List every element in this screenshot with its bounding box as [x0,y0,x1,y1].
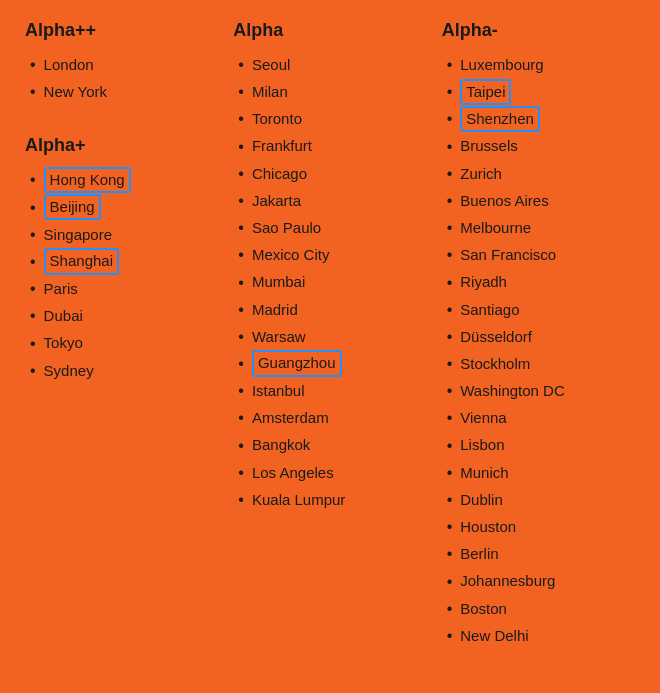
section-title-alpha: Alpha [233,20,421,41]
highlighted-city: Hong Kong [44,167,131,194]
list-item: Bangkok [238,432,421,459]
list-item: Paris [30,275,213,302]
list-item: San Francisco [447,241,630,268]
list-item: Taipei [447,78,630,105]
column-2: Alpha-LuxembourgTaipeiShenzhenBrusselsZu… [432,20,640,649]
list-item: New York [30,78,213,105]
list-item: Shanghai [30,248,213,275]
list-item: Johannesburg [447,568,630,595]
list-item: Luxembourg [447,51,630,78]
city-list-alpha: LondonNew York [30,51,213,105]
list-item: Sao Paulo [238,214,421,241]
list-item: London [30,51,213,78]
list-item: Chicago [238,160,421,187]
list-item: Buenos Aires [447,187,630,214]
list-item: Frankfurt [238,133,421,160]
list-item: Dubai [30,302,213,329]
list-item: Madrid [238,296,421,323]
list-item: Düsseldorf [447,323,630,350]
highlighted-city: Shanghai [44,248,119,275]
list-item: Houston [447,513,630,540]
section-title-alpha: Alpha+ [25,135,213,156]
list-item: Boston [447,595,630,622]
column-1: AlphaSeoulMilanTorontoFrankfurtChicagoJa… [223,20,431,513]
city-list-alpha: Hong KongBeijingSingaporeShanghaiParisDu… [30,166,213,384]
list-item: Singapore [30,221,213,248]
list-item: Beijing [30,194,213,221]
section-title-alpha: Alpha++ [25,20,213,41]
list-item: Tokyo [30,330,213,357]
highlighted-city: Taipei [460,79,511,106]
list-item: Berlin [447,540,630,567]
list-item: Toronto [238,105,421,132]
column-0: Alpha++LondonNew YorkAlpha+Hong KongBeij… [20,20,223,384]
list-item: Hong Kong [30,166,213,193]
list-item: Warsaw [238,323,421,350]
section-title-alpha: Alpha- [442,20,630,41]
highlighted-city: Shenzhen [460,106,540,133]
list-item: Santiago [447,296,630,323]
list-item: Vienna [447,404,630,431]
list-item: Amsterdam [238,404,421,431]
list-item: Melbourne [447,214,630,241]
list-item: Dublin [447,486,630,513]
list-item: Istanbul [238,377,421,404]
list-item: Shenzhen [447,105,630,132]
list-item: Brussels [447,133,630,160]
list-item: Mexico City [238,241,421,268]
list-item: Washington DC [447,377,630,404]
highlighted-city: Beijing [44,194,101,221]
list-item: Guangzhou [238,350,421,377]
list-item: Mumbai [238,269,421,296]
list-item: Riyadh [447,269,630,296]
list-item: Lisbon [447,432,630,459]
list-item: Stockholm [447,350,630,377]
city-list-alpha: SeoulMilanTorontoFrankfurtChicagoJakarta… [238,51,421,513]
list-item: Munich [447,459,630,486]
list-item: Kuala Lumpur [238,486,421,513]
list-item: New Delhi [447,622,630,649]
city-list-alpha: LuxembourgTaipeiShenzhenBrusselsZurichBu… [447,51,630,649]
list-item: Sydney [30,357,213,384]
main-content: Alpha++LondonNew YorkAlpha+Hong KongBeij… [20,20,640,649]
list-item: Jakarta [238,187,421,214]
list-item: Milan [238,78,421,105]
list-item: Zurich [447,160,630,187]
list-item: Seoul [238,51,421,78]
list-item: Los Angeles [238,459,421,486]
highlighted-city: Guangzhou [252,350,342,377]
